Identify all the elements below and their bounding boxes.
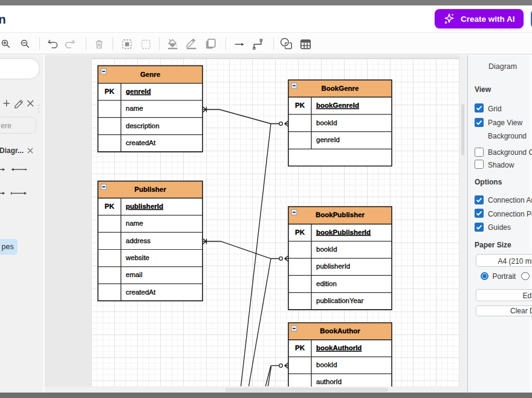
svg-text:edition: edition [316, 280, 337, 287]
svg-text:description: description [126, 122, 160, 129]
svg-text:PK: PK [295, 229, 305, 236]
svg-text:BookPublisher: BookPublisher [316, 211, 365, 218]
svg-text:PK: PK [105, 203, 115, 210]
svg-text:name: name [126, 105, 143, 112]
svg-text:bookId: bookId [316, 119, 337, 126]
svg-text:PK: PK [105, 88, 115, 95]
svg-text:name: name [126, 220, 143, 227]
svg-text:BookGenre: BookGenre [322, 85, 359, 92]
svg-text:BookAuthor: BookAuthor [320, 327, 360, 334]
svg-text:authorId: authorId [316, 378, 342, 385]
svg-text:Genre: Genre [140, 71, 160, 78]
svg-text:Publisher: Publisher [134, 186, 166, 193]
svg-text:bookAuthorId: bookAuthorId [316, 344, 362, 351]
svg-text:website: website [125, 254, 149, 261]
svg-text:genreId: genreId [316, 136, 340, 143]
svg-text:address: address [126, 237, 151, 244]
svg-text:email: email [126, 271, 142, 278]
svg-text:publisherId: publisherId [316, 263, 350, 270]
svg-text:createdAt: createdAt [126, 289, 156, 296]
svg-text:bookPublisherId: bookPublisherId [316, 229, 371, 236]
svg-text:bookGenreId: bookGenreId [316, 102, 359, 109]
svg-text:bookId: bookId [316, 246, 337, 253]
svg-text:publisherId: publisherId [126, 203, 163, 210]
svg-text:PK: PK [295, 344, 305, 351]
svg-text:genreId: genreId [126, 88, 151, 95]
svg-text:bookId: bookId [316, 361, 337, 368]
svg-text:createdAt: createdAt [126, 139, 156, 146]
svg-text:PK: PK [295, 102, 305, 109]
svg-text:publicationYear: publicationYear [316, 297, 363, 304]
